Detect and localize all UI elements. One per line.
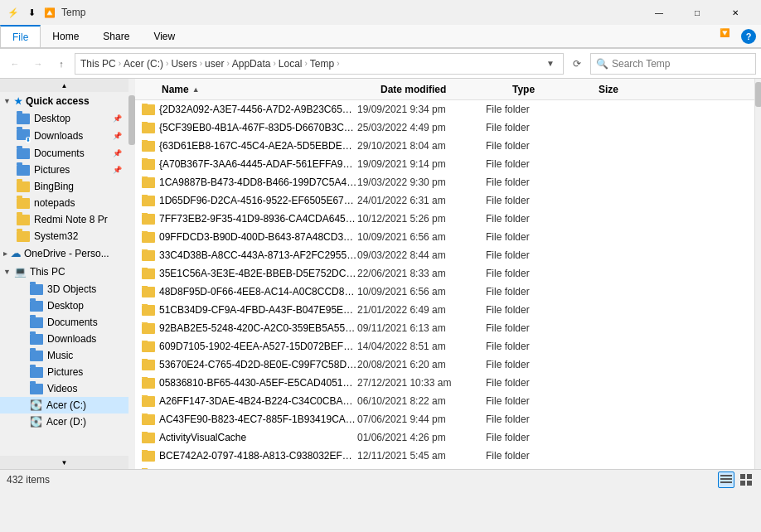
forward-button[interactable]: → <box>28 54 48 74</box>
file-type-cell: File folder <box>486 304 569 316</box>
bc-appdata[interactable]: AppData <box>232 58 271 70</box>
view-large-icons-button[interactable] <box>738 472 754 488</box>
help-icon[interactable]: ? <box>736 25 761 47</box>
breadcrumb[interactable]: This PC › Acer (C:) › Users › user › App… <box>75 53 564 75</box>
bc-users[interactable]: Users <box>171 58 196 70</box>
table-row[interactable]: BCE742A2-0797-4188-A813-C938032EFCCE 12/… <box>135 447 754 465</box>
tab-file[interactable]: File <box>0 25 41 47</box>
table-row[interactable]: 33C4D38B-A8CC-443A-8713-AF2FC29555... 09… <box>135 246 754 264</box>
table-row[interactable]: ActivityVisualCache 01/06/2021 4:26 pm F… <box>135 428 754 447</box>
sidebar-item-bingbing[interactable]: BingBing <box>0 178 128 195</box>
sidebar-bingbing-label: BingBing <box>34 181 74 192</box>
content-scrollbar[interactable] <box>754 79 761 469</box>
back-button[interactable]: ← <box>5 54 25 74</box>
sidebar-music-label: Music <box>47 350 73 361</box>
sidebar-item-acer-d[interactable]: 💽 Acer (D:) <box>0 414 128 430</box>
file-type-cell: File folder <box>486 213 569 225</box>
table-row[interactable]: 48D8F95D-0F66-4EE8-AC14-A0C8CCD8A... 10/… <box>135 283 754 301</box>
sidebar-item-documents-pc[interactable]: Documents <box>0 314 128 331</box>
system32-folder-icon <box>17 231 30 242</box>
sidebar-onedrive-header[interactable]: ▸ ☁ OneDrive - Perso... <box>0 244 128 263</box>
ribbon-expand[interactable]: 🔽 <box>187 25 736 47</box>
table-row[interactable]: 53670E24-C765-4D2D-8E0E-C99F7C58DA79 20/… <box>135 355 754 374</box>
tab-view[interactable]: View <box>142 25 187 47</box>
close-button[interactable]: ✕ <box>716 0 754 25</box>
bc-this-pc[interactable]: This PC <box>80 58 116 70</box>
view-details-button[interactable] <box>718 472 734 488</box>
sidebar-item-downloads[interactable]: ⬇ Downloads 📌 <box>0 127 128 145</box>
table-row[interactable]: 92BAB2E5-5248-420C-A2C0-359EB5A5566B 09/… <box>135 319 754 337</box>
table-row[interactable]: A26FF147-3DAE-4B24-B224-C34C0CBA83... 06… <box>135 392 754 410</box>
file-folder-icon <box>142 268 155 279</box>
file-folder-icon <box>142 396 155 407</box>
desktop-folder-icon <box>17 114 30 124</box>
refresh-button[interactable]: ⟳ <box>567 54 587 74</box>
table-row[interactable]: {5CF39EB0-4B1A-467F-83D5-D6670B3CB... 25… <box>135 118 754 137</box>
file-folder-icon <box>142 433 155 443</box>
file-type-cell: File folder <box>486 468 569 469</box>
sidebar-item-desktop[interactable]: Desktop 📌 <box>0 110 128 127</box>
minimize-button[interactable]: — <box>640 0 678 25</box>
col-header-date[interactable]: Date modified <box>377 82 506 97</box>
sidebar-item-documents[interactable]: Documents 📌 <box>0 145 128 162</box>
sidebar-item-desktop-pc[interactable]: Desktop <box>0 297 128 314</box>
sidebar-thispc-header[interactable]: ▼ 💻 This PC <box>0 263 128 281</box>
up-icon-title[interactable]: 🔼 <box>43 6 56 19</box>
bc-acer-c[interactable]: Acer (C:) <box>124 58 163 70</box>
table-row[interactable]: {63D61EB8-167C-45C4-AE2A-5D5EBDE73... 29… <box>135 137 754 155</box>
table-row[interactable]: 7FF73EB2-9F35-41D9-8936-CA4CDA645178 10/… <box>135 210 754 228</box>
sidebar-thispc-label: This PC <box>30 266 65 278</box>
content-scrollbar-thumb[interactable] <box>755 82 761 107</box>
tab-home[interactable]: Home <box>41 25 91 47</box>
bc-local[interactable]: Local <box>279 58 303 70</box>
sidebar-item-pictures[interactable]: Pictures 📌 <box>0 162 128 178</box>
bc-user[interactable]: user <box>205 58 224 70</box>
sidebar-quick-access-header[interactable]: ▼ ★ Quick access <box>0 92 128 110</box>
breadcrumb-dropdown-icon[interactable]: ▼ <box>543 59 558 68</box>
table-row[interactable]: 35E1C56A-3E3E-4B2E-BBEB-D5E752DC3C... 22… <box>135 264 754 283</box>
table-row[interactable]: 1D65DF96-D2CA-4516-9522-EF6505E67319 24/… <box>135 191 754 210</box>
table-row[interactable]: 05836810-BF65-4430-A5EF-E5CAD4051A9E 27/… <box>135 374 754 392</box>
maximize-button[interactable]: □ <box>678 0 716 25</box>
file-date-cell: 25/03/2022 4:49 pm <box>357 122 486 133</box>
quick-access-icon[interactable]: ⚡ <box>7 6 20 19</box>
up-button[interactable]: ↑ <box>51 54 71 74</box>
col-header-size[interactable]: Size <box>595 82 662 97</box>
tab-share[interactable]: Share <box>91 25 142 47</box>
sidebar-item-downloads-pc[interactable]: Downloads <box>0 331 128 347</box>
sidebar-item-3dobjects[interactable]: 3D Objects <box>0 281 128 297</box>
col-header-name[interactable]: Name ▲ <box>158 82 374 97</box>
table-row[interactable]: 51CB34D9-CF9A-4FBD-A43F-B047E95ED8... 21… <box>135 301 754 319</box>
sidebar-scrollbar[interactable] <box>128 79 135 469</box>
sidebar-3dobjects-label: 3D Objects <box>47 283 96 295</box>
table-row[interactable]: 609D7105-1902-4EEA-A527-15D072BEF5F4 14/… <box>135 337 754 355</box>
bc-temp[interactable]: Temp <box>310 58 334 70</box>
sidebar-item-redmi[interactable]: Redmi Note 8 Pr <box>0 211 128 228</box>
table-row[interactable]: 09FFDCD3-B90D-400D-B643-87A48CD3A... 10/… <box>135 228 754 246</box>
onedrive-expand-icon: ▸ <box>3 249 7 258</box>
sidebar-scroll-down[interactable]: ▼ <box>0 456 128 469</box>
search-input[interactable] <box>612 58 750 70</box>
file-name-cell: 35E1C56A-3E3E-4B2E-BBEB-D5E752DC3C... <box>142 268 357 279</box>
file-date-cell: 22/06/2021 8:33 am <box>357 268 486 279</box>
sidebar-scrollbar-thumb[interactable] <box>128 95 135 145</box>
bc-sep-3: › <box>200 59 202 68</box>
table-row[interactable]: {A70B367F-3AA6-4445-ADAF-561EFFA9E... 19… <box>135 155 754 173</box>
sidebar-item-music[interactable]: Music <box>0 347 128 364</box>
sidebar-scroll-up[interactable]: ▲ <box>0 79 128 92</box>
table-row[interactable]: C5A72778-C531-48C3-BB33-79DE1C821E... 25… <box>135 465 754 469</box>
sidebar-item-acer-c[interactable]: 💽 Acer (C:) <box>0 397 128 414</box>
table-row[interactable]: AC43FE90-B823-4EC7-885F-1B93419CA721 07/… <box>135 410 754 428</box>
table-row[interactable]: 1CA9887B-B473-4DD8-B466-199D7C5A43... 19… <box>135 173 754 191</box>
sidebar-item-system32[interactable]: System32 <box>0 228 128 244</box>
col-header-type[interactable]: Type <box>509 82 592 97</box>
quick-access-label: Quick access <box>26 95 90 107</box>
sidebar-item-videos[interactable]: Videos <box>0 380 128 397</box>
sidebar-item-notepads[interactable]: notepads <box>0 195 128 211</box>
table-row[interactable]: {2D32A092-A3E7-4456-A7D2-A9B23C65D... 19… <box>135 100 754 118</box>
file-folder-icon <box>142 141 155 152</box>
sidebar-item-pictures-pc[interactable]: Pictures <box>0 364 128 380</box>
search-bar[interactable]: 🔍 <box>590 53 756 75</box>
svg-rect-2 <box>720 481 732 483</box>
back-icon-title[interactable]: ⬇ <box>25 6 38 19</box>
